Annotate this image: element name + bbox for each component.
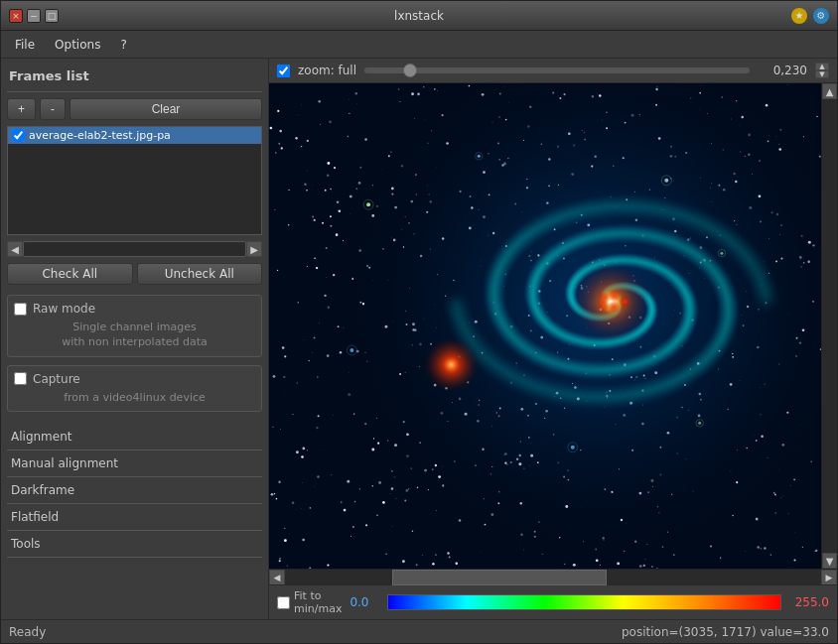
scroll-left-arrow[interactable]: ◀ [7,241,23,257]
frames-list: average-elab2-test.jpg-pa [7,126,262,235]
fit-to-minmax: Fit tomin/max [277,589,342,615]
image-container [269,83,821,569]
menubar: File Options ? [1,31,837,59]
menu-options[interactable]: Options [45,34,110,56]
main-window: × − □ lxnstack ★ ⚙ File Options ? Fram [0,0,838,644]
raw-mode-group: Raw mode Single channel imageswith non i… [7,295,262,357]
image-hscrollbar[interactable] [285,570,821,585]
capture-description: from a video4linux device [14,390,255,405]
capture-checkbox[interactable] [14,372,27,385]
vscroll-track[interactable] [822,99,837,553]
star-icon: ★ [795,10,804,21]
frames-hscrollbar[interactable] [23,241,246,257]
image-row: ▲ ▼ [269,83,837,569]
image-panel: zoom: full 0,230 ▲ ▼ ▲ ▼ [269,59,837,619]
close-button[interactable]: × [9,9,23,23]
colorbar [387,594,781,610]
nav-flatfield-label: Flatfield [11,510,59,524]
position-value: position=(3035, 1717) value=33.0 [622,625,829,639]
capture-label: Capture [33,372,80,386]
frame-checkbox[interactable] [12,129,25,142]
colorbar-row: Fit tomin/max 0.0 255.0 [269,584,837,619]
zoom-slider[interactable] [364,67,750,73]
gear-icon: ⚙ [817,10,826,21]
maximize-button[interactable]: □ [45,9,59,23]
vertical-scrollbar[interactable]: ▲ ▼ [821,83,837,569]
menu-file[interactable]: File [5,34,45,56]
statusbar: Ready position=(3035, 1717) value=33.0 [1,619,837,643]
nav-tools-label: Tools [11,537,41,551]
raw-mode-checkbox[interactable] [14,303,27,316]
fit-minmax-label: Fit tomin/max [294,589,342,615]
zoom-bar: zoom: full 0,230 ▲ ▼ [269,59,837,83]
sidebar: Frames list + - Clear average-elab2-test… [1,59,269,619]
titlebar-right-icons: ★ ⚙ [791,8,829,24]
zoom-down-button[interactable]: ▼ [815,70,829,78]
nav-tools[interactable]: Tools [7,531,262,558]
zoom-checkbox[interactable] [277,64,290,77]
zoom-label: zoom: full [298,64,356,77]
clear-frames-button[interactable]: Clear [70,98,262,120]
zoom-value: 0,230 [758,64,807,77]
scroll-right-arrow[interactable]: ▶ [246,241,262,257]
uncheck-all-button[interactable]: Uncheck All [137,263,263,285]
hscroll-left-arrow[interactable]: ◀ [269,570,285,585]
notification-icon[interactable]: ★ [791,8,807,24]
check-buttons-row: Check All Uncheck All [7,263,262,285]
list-item[interactable]: average-elab2-test.jpg-pa [8,127,261,144]
zoom-up-button[interactable]: ▲ [815,63,829,70]
titlebar: × − □ lxnstack ★ ⚙ [1,1,837,31]
zoom-spinner: ▲ ▼ [815,63,829,78]
frame-filename: average-elab2-test.jpg-pa [29,129,171,142]
menu-help[interactable]: ? [110,34,136,56]
raw-mode-label: Raw mode [33,302,95,316]
capture-group: Capture from a video4linux device [7,365,262,412]
nav-darkframe-label: Darkframe [11,483,74,497]
nav-darkframe[interactable]: Darkframe [7,477,262,504]
frames-scrollbar-row: ◀ ▶ [7,241,262,257]
raw-mode-row: Raw mode [14,302,255,316]
nav-alignment-label: Alignment [11,430,71,444]
vscroll-down-arrow[interactable]: ▼ [822,553,837,569]
colorbar-min-value: 0.0 [349,595,379,609]
window-title: lxnstack [394,9,444,23]
nav-sections: Alignment Manual alignment Darkframe Fla… [7,424,262,558]
hscroll-thumb [392,570,607,585]
galaxy-image [269,83,821,569]
image-hscroll-row: ◀ ▶ [269,569,837,584]
capture-row: Capture [14,372,255,386]
info-icon[interactable]: ⚙ [813,8,829,24]
nav-flatfield[interactable]: Flatfield [7,504,262,531]
colorbar-max-value: 255.0 [789,595,829,609]
nav-alignment[interactable]: Alignment [7,424,262,451]
raw-mode-description: Single channel imageswith non interpolat… [14,320,255,350]
hscroll-right-arrow[interactable]: ▶ [821,570,837,585]
frames-list-title: Frames list [7,64,262,92]
add-frame-button[interactable]: + [7,98,36,120]
nav-manual-alignment[interactable]: Manual alignment [7,451,262,477]
minimize-icon: − [30,11,38,21]
main-content: Frames list + - Clear average-elab2-test… [1,59,837,619]
minimize-button[interactable]: − [27,9,41,23]
window-controls: × − □ [9,9,59,23]
remove-frame-button[interactable]: - [40,98,66,120]
frames-toolbar: + - Clear [7,98,262,120]
nav-manual-alignment-label: Manual alignment [11,456,118,470]
zoom-slider-thumb[interactable] [403,64,417,77]
vscroll-up-arrow[interactable]: ▲ [822,83,837,99]
maximize-icon: □ [48,11,57,21]
fit-minmax-checkbox[interactable] [277,596,290,609]
close-icon: × [12,11,20,21]
check-all-button[interactable]: Check All [7,263,133,285]
status-text: Ready [9,625,46,639]
